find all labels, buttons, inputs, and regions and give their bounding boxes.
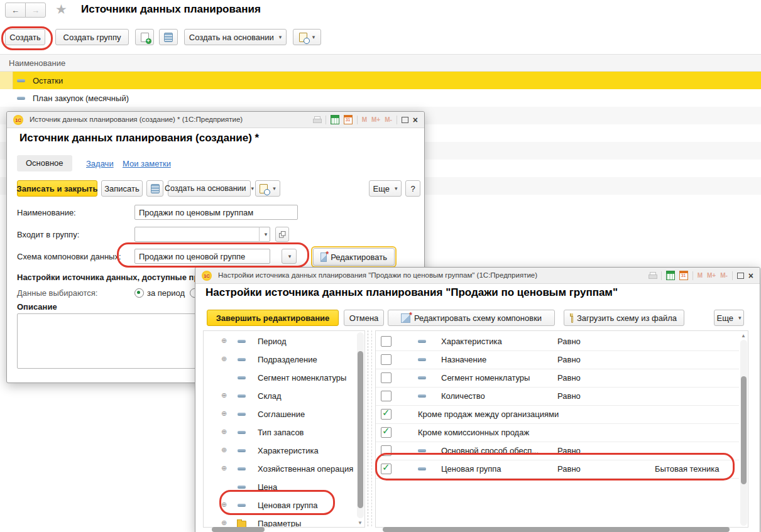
favorite-star-icon[interactable]: ★ <box>55 2 67 17</box>
condition-row[interactable]: ✓ Кроме комиссионных продаж <box>376 423 739 442</box>
panel-splitter[interactable] <box>368 330 368 526</box>
more-button[interactable]: Еще ▾ <box>714 310 744 326</box>
tree-horizontal-scrollbar[interactable] <box>208 527 353 532</box>
calculator-icon[interactable] <box>666 271 675 280</box>
scroll-up-icon[interactable]: ▲ <box>741 334 746 339</box>
close-icon[interactable]: × <box>748 271 753 280</box>
condition-row[interactable]: Количество Равно <box>376 387 739 406</box>
memory-mplus-button[interactable]: M+ <box>707 272 716 279</box>
cancel-button[interactable]: Отмена <box>344 310 384 326</box>
memory-mplus-button[interactable]: M+ <box>371 116 380 123</box>
load-schema-button[interactable]: Загрузить схему из файла <box>564 310 684 326</box>
expand-icon[interactable]: ⊕ <box>221 356 227 362</box>
tree-item-segment[interactable]: Сегмент номенклатуры <box>204 369 356 387</box>
tree-vscroll-thumb[interactable] <box>358 351 363 508</box>
group-open-button[interactable] <box>275 227 289 242</box>
tree-item-period[interactable]: ⊕Период <box>204 332 356 350</box>
report-menu-button[interactable]: ▾ <box>255 180 280 197</box>
expand-icon[interactable]: ⊕ <box>221 465 227 472</box>
tree-item-division[interactable]: ⊕Подразделение <box>204 350 356 369</box>
calendar-icon[interactable]: 31 <box>344 115 353 124</box>
tab-tasks[interactable]: Задачи <box>86 159 114 168</box>
more-button[interactable]: Еще ▾ <box>369 180 402 197</box>
create-based-on-button[interactable]: Создать на основании ▾ <box>168 180 251 197</box>
condition-row-price-group[interactable]: ✓ Ценовая группа Равно Бытовая техника <box>376 460 739 479</box>
create-group-button[interactable]: Создать группу <box>55 29 129 45</box>
checkbox-unchecked[interactable] <box>381 336 391 347</box>
checkbox-checked[interactable]: ✓ <box>381 427 391 438</box>
schema-combo-button[interactable]: ▾ <box>282 249 297 264</box>
tree-item-warehouse[interactable]: ⊕Склад <box>204 387 356 405</box>
tree-item-stock-type[interactable]: ⊕Тип запасов <box>204 423 356 442</box>
tree-item-agreement[interactable]: ⊕Соглашение <box>204 405 356 423</box>
conditions-vertical-scrollbar[interactable] <box>740 340 747 526</box>
tree-item-parameters[interactable]: ⊕Параметры <box>204 514 356 528</box>
group-combo-arrow[interactable]: ▾ <box>259 227 271 242</box>
list-header[interactable]: Наименование <box>0 54 761 72</box>
history-button[interactable] <box>159 29 178 45</box>
tree-hscroll-thumb[interactable] <box>212 527 265 532</box>
help-button[interactable]: ? <box>405 180 420 197</box>
name-input[interactable] <box>134 205 298 220</box>
tree-item-price[interactable]: Цена <box>204 478 356 496</box>
checkbox-unchecked[interactable] <box>381 391 391 401</box>
tab-my-notes[interactable]: Мои заметки <box>123 159 171 168</box>
report-menu-button[interactable]: ▾ <box>293 29 321 45</box>
expand-icon[interactable]: ⊕ <box>221 392 227 399</box>
group-input[interactable] <box>134 227 270 242</box>
dialog1-titlebar[interactable]: 1С Источник данных планирования (создани… <box>7 112 424 128</box>
checkbox-unchecked[interactable] <box>381 372 391 383</box>
condition-row[interactable]: Основной способ обесп... Равно <box>376 442 739 460</box>
expand-icon[interactable]: ⊕ <box>221 337 227 344</box>
expand-icon[interactable]: ⊕ <box>221 519 227 526</box>
schema-edit-button[interactable]: * Редактировать <box>313 248 395 266</box>
tree-item-characteristic[interactable]: ⊕Характеристика <box>204 442 356 460</box>
expand-icon[interactable]: ⊕ <box>221 501 227 508</box>
checkbox-checked[interactable]: ✓ <box>381 409 391 420</box>
conditions-hscroll-thumb[interactable] <box>383 527 730 532</box>
radio-period[interactable] <box>134 288 144 298</box>
memory-m-button[interactable]: M <box>698 272 703 279</box>
scroll-down-icon[interactable]: ▼ <box>358 521 363 526</box>
close-icon[interactable]: × <box>413 116 418 124</box>
memory-m-button[interactable]: M <box>362 116 367 123</box>
memory-mminus-button[interactable]: M- <box>720 272 728 279</box>
conditions-vscroll-thumb[interactable] <box>741 376 747 484</box>
panel-splitter[interactable] <box>371 330 372 526</box>
schema-input[interactable] <box>134 249 270 264</box>
save-close-button[interactable]: Записать и закрыть <box>17 180 97 197</box>
condition-row[interactable]: Характеристика Равно <box>376 332 739 351</box>
back-button[interactable]: ← <box>5 3 26 18</box>
list-row-selected[interactable]: Остатки <box>0 72 761 89</box>
expand-icon[interactable]: ⊕ <box>221 428 227 435</box>
tree-item-price-group[interactable]: ⊕Ценовая группа <box>204 496 356 514</box>
tree-item-business-operation[interactable]: ⊕Хозяйственная операция <box>204 460 356 478</box>
expand-icon[interactable]: ⊕ <box>221 410 227 417</box>
create-button[interactable]: Создать <box>5 29 45 45</box>
maximize-icon[interactable] <box>737 273 744 279</box>
maximize-icon[interactable] <box>402 117 408 123</box>
tree-vertical-scrollbar[interactable] <box>357 332 364 518</box>
create-based-on-button[interactable]: Создать на основании ▾ <box>184 29 287 45</box>
print-icon[interactable] <box>313 116 321 124</box>
list-row[interactable]: План закупок (месячный) <box>0 89 761 107</box>
condition-row[interactable]: ✓ Кроме продаж между организациями <box>376 405 739 424</box>
edit-schema-button[interactable]: * Редактировать схему компоновки <box>388 310 555 326</box>
finish-editing-button[interactable]: Завершить редактирование <box>207 310 339 326</box>
save-button[interactable]: Записать <box>101 180 143 197</box>
copy-item-button[interactable]: + <box>135 29 154 45</box>
condition-row[interactable]: Назначение Равно <box>376 350 739 369</box>
tab-main[interactable]: Основное <box>17 155 72 171</box>
calculator-icon[interactable] <box>331 115 339 124</box>
dialog2-titlebar[interactable]: 1С Настройки источника данных планирован… <box>195 268 760 284</box>
memory-mminus-button[interactable]: M- <box>385 116 392 123</box>
condition-row[interactable]: Сегмент номенклатуры Равно <box>376 369 739 388</box>
calendar-icon[interactable]: 31 <box>679 271 688 280</box>
checkbox-checked[interactable]: ✓ <box>381 464 391 474</box>
history-button[interactable] <box>146 180 163 197</box>
print-icon[interactable] <box>649 272 657 280</box>
checkbox-unchecked[interactable] <box>381 354 391 365</box>
conditions-horizontal-scrollbar[interactable] <box>381 527 737 532</box>
expand-icon[interactable]: ⊕ <box>221 447 227 453</box>
forward-button[interactable]: → <box>25 3 46 18</box>
